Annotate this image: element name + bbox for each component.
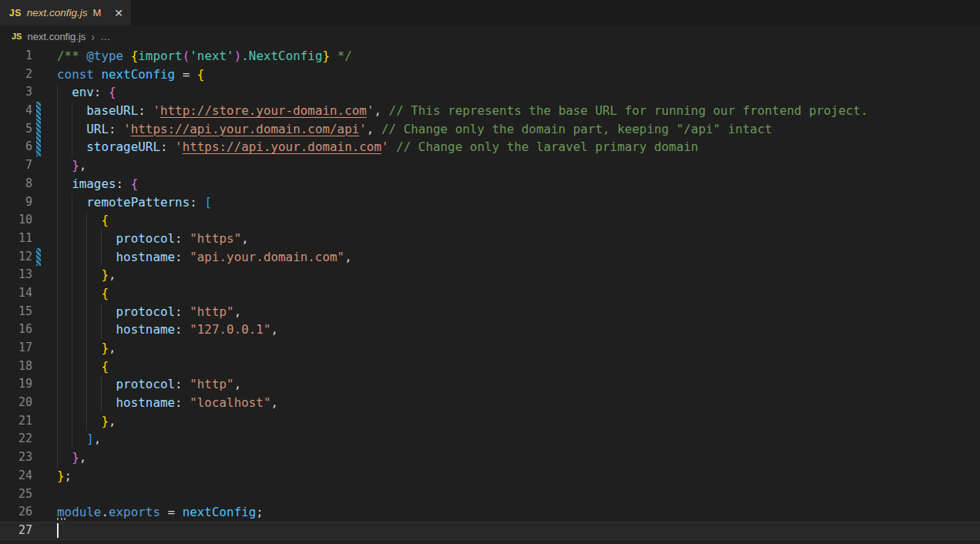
code-line-text: protocol: "http", xyxy=(57,303,241,321)
code-line-text: ], xyxy=(57,430,101,448)
code-line-text: storageURL: 'https://api.your.domain.com… xyxy=(57,138,698,156)
code-line[interactable]: 13 }, xyxy=(0,266,980,284)
code-line-text: { xyxy=(57,358,109,376)
code-line-text: const nextConfig = { xyxy=(57,65,204,84)
code-line[interactable]: 26module.exports = nextConfig; xyxy=(0,503,980,522)
line-number[interactable]: 22 xyxy=(0,430,32,448)
line-number[interactable]: 5 xyxy=(0,120,32,139)
line-number[interactable]: 3 xyxy=(0,83,32,102)
code-line[interactable]: 1/** @type {import('next').NextConfig} *… xyxy=(0,47,980,65)
code-line-text: remotePatterns: [ xyxy=(57,193,212,212)
code-line[interactable]: 18 { xyxy=(0,358,980,376)
tab-next-config-js[interactable]: JS next.config.js M ✕ xyxy=(0,0,131,25)
line-number[interactable]: 4 xyxy=(0,102,32,120)
line-number[interactable]: 9 xyxy=(0,193,32,212)
code-line[interactable]: 22 ], xyxy=(0,430,980,448)
code-line-text: }, xyxy=(57,448,86,467)
breadcrumb-item-symbol-ellipsis[interactable]: … xyxy=(100,31,111,42)
code-line[interactable]: 8 images: { xyxy=(0,175,980,193)
code-line-text: { xyxy=(57,211,109,230)
line-number[interactable]: 6 xyxy=(0,138,32,156)
chevron-right-icon: › xyxy=(91,31,95,42)
line-number[interactable]: 11 xyxy=(0,230,32,248)
javascript-file-icon: JS xyxy=(12,32,22,41)
code-line[interactable]: 3 env: { xyxy=(0,83,980,102)
git-modified-gutter-indicator[interactable] xyxy=(36,248,41,267)
code-line[interactable]: 9 remotePatterns: [ xyxy=(0,193,980,212)
code-line[interactable]: 25 xyxy=(0,485,980,504)
line-number[interactable]: 7 xyxy=(0,156,32,175)
code-line-text: { xyxy=(57,284,109,303)
code-area[interactable]: 1/** @type {import('next').NextConfig} *… xyxy=(0,47,980,544)
line-number[interactable]: 12 xyxy=(0,248,32,267)
code-line-text: baseURL: 'http://store.your-domain.com',… xyxy=(57,102,868,120)
vscode-window: JS next.config.js M ✕ JS next.config.js … xyxy=(0,0,980,544)
code-line[interactable]: 23 }, xyxy=(0,448,980,467)
code-line-text: hostname: "localhost", xyxy=(57,394,278,412)
code-line-text: env: { xyxy=(57,83,116,102)
code-line-text: hostname: "api.your.domain.com", xyxy=(57,248,352,267)
code-line[interactable]: 5 URL: 'https://api.your.domain.com/api'… xyxy=(0,120,980,139)
line-number[interactable]: 15 xyxy=(0,303,32,321)
suggestion-hint-dots xyxy=(57,518,68,520)
git-modified-badge: M xyxy=(92,7,101,18)
code-line[interactable]: 14 { xyxy=(0,284,980,303)
code-line[interactable]: 19 protocol: "http", xyxy=(0,375,980,394)
code-line[interactable]: 12 hostname: "api.your.domain.com", xyxy=(0,248,980,267)
git-modified-gutter-indicator[interactable] xyxy=(36,120,41,139)
javascript-file-icon: JS xyxy=(9,8,22,18)
line-number[interactable]: 10 xyxy=(0,211,32,230)
code-line[interactable]: 11 protocol: "https", xyxy=(0,230,980,248)
line-number[interactable]: 27 xyxy=(0,522,32,540)
line-number[interactable]: 2 xyxy=(0,65,32,84)
code-line[interactable]: 2const nextConfig = { xyxy=(0,65,980,84)
code-line[interactable]: 24}; xyxy=(0,467,980,485)
code-line-text: hostname: "127.0.0.1", xyxy=(57,321,278,339)
code-line-text: }, xyxy=(57,156,86,175)
line-number[interactable]: 17 xyxy=(0,339,32,358)
code-line-text: images: { xyxy=(57,175,138,193)
code-line-text: protocol: "http", xyxy=(57,375,241,394)
code-line[interactable]: 21 }, xyxy=(0,412,980,431)
line-number[interactable]: 13 xyxy=(0,266,32,284)
breadcrumb-item-file[interactable]: next.config.js xyxy=(27,31,86,42)
code-line[interactable]: 16 hostname: "127.0.0.1", xyxy=(0,321,980,339)
line-number[interactable]: 21 xyxy=(0,412,32,431)
code-line[interactable]: 10 { xyxy=(0,211,980,230)
code-line[interactable]: 20 hostname: "localhost", xyxy=(0,394,980,412)
line-number[interactable]: 16 xyxy=(0,321,32,339)
code-line-text: }, xyxy=(57,412,116,431)
tab-filename: next.config.js xyxy=(27,7,88,18)
code-line[interactable]: 15 protocol: "http", xyxy=(0,303,980,321)
line-number[interactable]: 14 xyxy=(0,284,32,303)
tab-bar: JS next.config.js M ✕ xyxy=(0,0,980,25)
git-modified-gutter-indicator[interactable] xyxy=(36,138,41,156)
code-line-text: /** @type {import('next').NextConfig} */ xyxy=(57,47,352,65)
line-number[interactable]: 25 xyxy=(0,485,32,504)
line-number[interactable]: 26 xyxy=(0,503,32,522)
code-line[interactable]: 17 }, xyxy=(0,339,980,358)
breadcrumb: JS next.config.js › … xyxy=(0,25,980,47)
code-line-text: }; xyxy=(57,467,72,485)
line-number[interactable]: 19 xyxy=(0,375,32,394)
code-line-text: }, xyxy=(57,339,116,358)
line-number[interactable]: 23 xyxy=(0,448,32,467)
code-line[interactable]: 27 xyxy=(0,522,980,540)
code-line[interactable]: 4 baseURL: 'http://store.your-domain.com… xyxy=(0,102,980,120)
line-number[interactable]: 24 xyxy=(0,467,32,485)
line-number[interactable]: 20 xyxy=(0,394,32,412)
text-cursor xyxy=(57,523,59,538)
code-line[interactable]: 7 }, xyxy=(0,156,980,175)
code-line-text: protocol: "https", xyxy=(57,230,249,248)
code-line[interactable]: 6 storageURL: 'https://api.your.domain.c… xyxy=(0,138,980,156)
git-modified-gutter-indicator[interactable] xyxy=(36,102,41,120)
line-number[interactable]: 8 xyxy=(0,175,32,193)
line-number[interactable]: 1 xyxy=(0,47,32,65)
code-line-text: }, xyxy=(57,266,116,284)
line-number[interactable]: 18 xyxy=(0,358,32,376)
code-line-text: URL: 'https://api.your.domain.com/api', … xyxy=(57,120,772,139)
close-icon[interactable]: ✕ xyxy=(114,7,123,19)
code-line-text: module.exports = nextConfig; xyxy=(57,503,263,522)
